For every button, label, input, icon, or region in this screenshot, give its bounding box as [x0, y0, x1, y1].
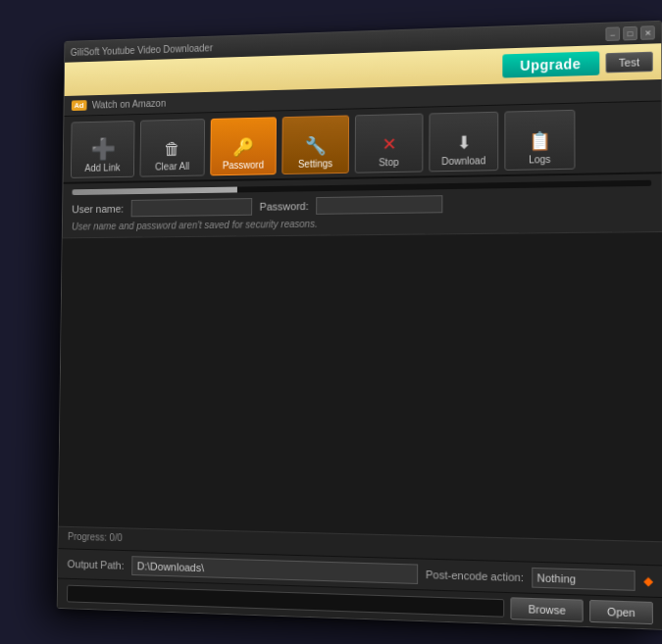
bottom-progress-bar	[67, 584, 505, 617]
top-progress-bar	[72, 179, 651, 194]
test-button[interactable]: Test	[605, 51, 653, 73]
window-wrapper: GiliSoft Youtube Video Downloader – □ ✕ …	[47, 28, 655, 617]
settings-button[interactable]: Settings	[281, 115, 349, 174]
title-bar-controls: – □ ✕	[605, 25, 654, 41]
output-path-input[interactable]	[130, 556, 417, 584]
stop-icon	[381, 132, 395, 154]
stop-label: Stop	[379, 156, 399, 167]
logs-icon	[528, 128, 550, 151]
stop-button[interactable]: Stop	[354, 113, 423, 173]
window-title: GiliSoft Youtube Video Downloader	[70, 41, 212, 56]
list-area	[58, 230, 662, 540]
close-button[interactable]: ✕	[640, 25, 655, 40]
password-icon	[232, 135, 253, 157]
download-button[interactable]: Download	[429, 111, 498, 172]
clear-all-button[interactable]: Clear All	[139, 119, 205, 176]
password-label: Password	[222, 159, 263, 171]
diamond-icon: ◆	[643, 573, 653, 588]
form-area: User name: Password: User name and passw…	[62, 173, 661, 237]
post-encode-select[interactable]: Nothing	[532, 567, 635, 590]
ad-badge: Ad	[71, 100, 85, 111]
top-progress-fill	[72, 186, 237, 195]
upgrade-button[interactable]: Upgrade	[501, 51, 598, 77]
password-input[interactable]	[316, 195, 442, 215]
clear-all-icon	[164, 137, 180, 159]
download-icon	[456, 130, 471, 152]
username-label: User name:	[72, 202, 124, 214]
download-label: Download	[441, 155, 485, 167]
maximize-button[interactable]: □	[623, 25, 637, 40]
add-link-icon	[89, 138, 114, 160]
content-area: User name: Password: User name and passw…	[57, 173, 662, 628]
logs-label: Logs	[529, 153, 550, 165]
logs-button[interactable]: Logs	[504, 109, 575, 170]
password-button[interactable]: Password	[210, 117, 277, 175]
clear-all-label: Clear All	[154, 161, 188, 172]
username-row: User name: Password:	[72, 191, 651, 217]
post-encode-label: Post-encode action:	[426, 568, 524, 582]
open-button[interactable]: Open	[589, 599, 653, 623]
browse-button[interactable]: Browse	[510, 597, 583, 621]
settings-icon	[304, 133, 326, 155]
output-label: Output Path:	[67, 558, 124, 571]
minimize-button[interactable]: –	[605, 26, 620, 41]
main-window: GiliSoft Youtube Video Downloader – □ ✕ …	[56, 20, 662, 629]
add-link-button[interactable]: Add Link	[70, 120, 134, 177]
username-input[interactable]	[130, 198, 252, 217]
add-link-label: Add Link	[84, 162, 120, 173]
password-label-text: Password:	[259, 200, 308, 213]
settings-label: Settings	[297, 158, 331, 170]
ad-text: Watch on Amazon	[91, 97, 165, 110]
